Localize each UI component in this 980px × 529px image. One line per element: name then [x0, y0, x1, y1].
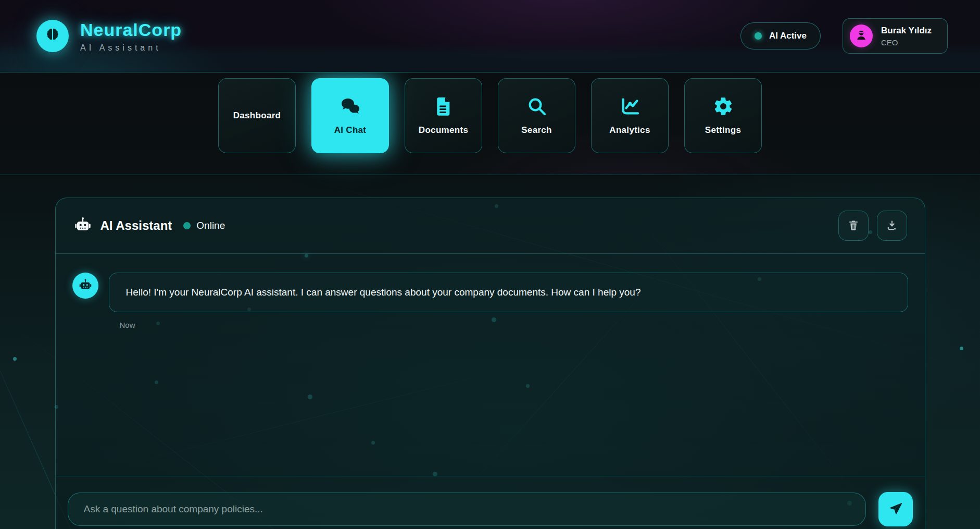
robot-icon — [78, 278, 93, 293]
tab-dashboard-label: Dashboard — [233, 110, 281, 121]
online-status-label: Online — [196, 220, 225, 231]
tab-analytics-label: Analytics — [609, 125, 650, 136]
tab-documents[interactable]: Documents — [405, 78, 482, 153]
online-status-dot — [183, 222, 191, 229]
trash-icon — [847, 219, 860, 233]
chat-bubbles-icon — [339, 96, 362, 117]
user-role: CEO — [881, 38, 932, 47]
user-avatar — [850, 24, 873, 47]
download-icon — [886, 219, 898, 233]
chat-message: Hello! I'm your NeuralCorp AI assistant.… — [72, 273, 908, 329]
robot-icon — [73, 216, 92, 236]
user-profile-card[interactable]: Burak Yıldız CEO — [843, 18, 948, 54]
app-root: NeuralCorp AI Assistant AI Active — [0, 0, 980, 529]
chat-panel: AI Assistant Online — [55, 198, 925, 529]
tab-search-label: Search — [521, 125, 552, 136]
tab-documents-label: Documents — [419, 125, 468, 136]
assistant-message-bubble: Hello! I'm your NeuralCorp AI assistant.… — [109, 273, 908, 312]
chat-message-list: Hello! I'm your NeuralCorp AI assistant.… — [56, 254, 925, 471]
chat-header: AI Assistant Online — [56, 198, 925, 254]
search-icon — [526, 96, 547, 117]
online-status: Online — [183, 220, 225, 231]
tab-settings[interactable]: Settings — [684, 78, 762, 153]
chart-line-icon — [620, 96, 640, 117]
brain-logo-badge — [36, 20, 69, 52]
person-icon — [855, 28, 868, 44]
send-button[interactable] — [878, 492, 913, 526]
brand-logo: NeuralCorp AI Assistant — [36, 20, 182, 53]
main-nav: Dashboard AI Chat — [0, 72, 980, 175]
main-area: AI Assistant Online — [0, 175, 980, 529]
top-header: NeuralCorp AI Assistant AI Active — [0, 0, 980, 72]
tab-search[interactable]: Search — [498, 78, 575, 153]
document-icon — [435, 96, 453, 117]
tab-settings-label: Settings — [705, 125, 741, 136]
paper-plane-icon — [888, 501, 903, 518]
tab-ai-chat[interactable]: AI Chat — [311, 78, 389, 153]
assistant-avatar — [72, 273, 98, 299]
active-status-dot — [755, 32, 762, 40]
gear-icon — [713, 96, 734, 117]
tab-dashboard[interactable]: Dashboard — [218, 78, 296, 153]
ai-active-badge: AI Active — [740, 22, 821, 50]
chat-input-bar — [56, 476, 925, 529]
user-name: Burak Yıldız — [881, 26, 932, 36]
brand-name: NeuralCorp — [80, 20, 182, 40]
brand-subtitle: AI Assistant — [80, 43, 182, 53]
ai-active-label: AI Active — [769, 31, 807, 41]
tab-analytics[interactable]: Analytics — [591, 78, 669, 153]
message-timestamp: Now — [120, 321, 908, 329]
clear-chat-button[interactable] — [838, 211, 869, 241]
chat-input[interactable] — [68, 493, 866, 526]
export-chat-button[interactable] — [877, 211, 907, 241]
tab-ai-chat-label: AI Chat — [334, 125, 367, 136]
brain-icon — [43, 26, 62, 46]
chat-title: AI Assistant — [100, 218, 172, 233]
